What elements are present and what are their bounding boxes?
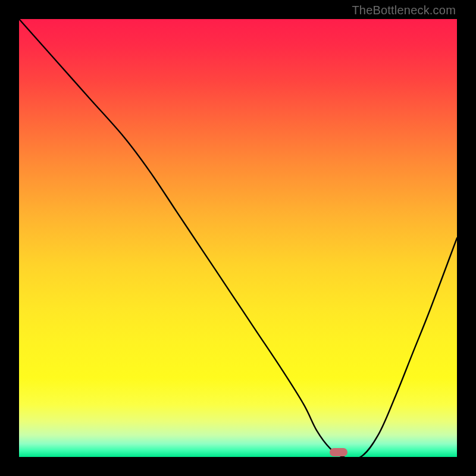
watermark-text: TheBottleneck.com <box>352 4 456 17</box>
bottleneck-curve <box>19 19 457 457</box>
plot-area <box>19 19 457 457</box>
optimal-marker <box>330 448 347 456</box>
chart-frame: TheBottleneck.com <box>0 0 476 476</box>
